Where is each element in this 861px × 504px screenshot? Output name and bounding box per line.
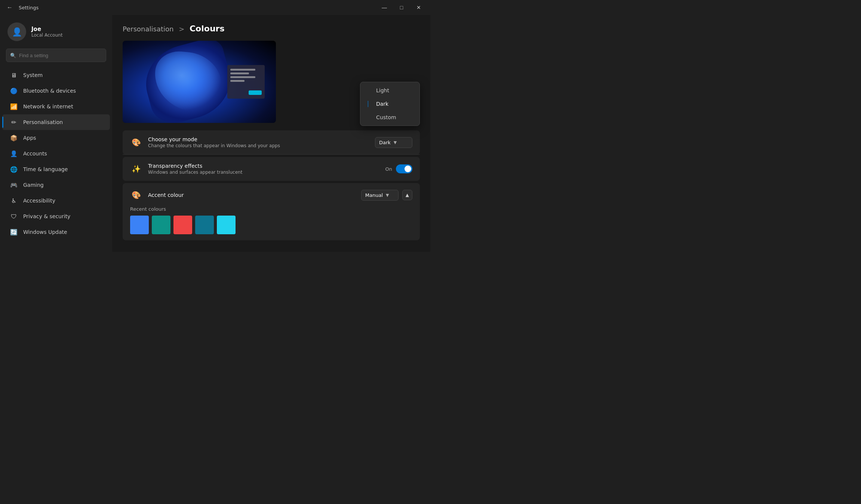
mode-dropdown-trigger[interactable]: Dark ▼	[375, 137, 412, 148]
preview-line-2	[230, 72, 249, 74]
transparency-row-subtitle: Windows and surfaces appear translucent	[148, 170, 379, 175]
sidebar-item-apps[interactable]: 📦 Apps	[2, 130, 110, 146]
user-account-type: Local Account	[31, 33, 62, 38]
sidebar-item-bluetooth[interactable]: 🔵 Bluetooth & devices	[2, 83, 110, 99]
sidebar-item-system[interactable]: 🖥 System	[2, 67, 110, 83]
sidebar-item-label: Privacy & security	[23, 213, 70, 219]
colour-swatch-2[interactable]	[173, 216, 192, 234]
preview-button-mini	[249, 90, 262, 95]
sidebar-item-network[interactable]: 📶 Network & internet	[2, 99, 110, 114]
apps-icon: 📦	[10, 134, 18, 142]
mode-row: 🎨 Choose your mode Change the colours th…	[123, 130, 420, 155]
colour-swatches	[130, 216, 412, 234]
sidebar-item-time[interactable]: 🌐 Time & language	[2, 161, 110, 177]
transparency-toggle[interactable]	[396, 164, 412, 173]
network-icon: 📶	[10, 102, 18, 111]
bluetooth-icon: 🔵	[10, 87, 18, 95]
sidebar-item-label: System	[23, 72, 43, 78]
sidebar-item-label: Personalisation	[23, 119, 63, 125]
transparency-toggle-label: On	[385, 166, 392, 172]
accent-dropdown[interactable]: Manual ▼	[361, 190, 399, 201]
accent-section: 🎨 Accent colour Manual ▼ ▲ Recent colour…	[123, 183, 420, 240]
sidebar-item-label: Apps	[23, 135, 36, 141]
back-button[interactable]: ←	[4, 3, 15, 12]
sidebar: 👤 Joe Local Account 🔍 🖥 System 🔵 Bluetoo…	[0, 15, 112, 252]
app-title: Settings	[19, 5, 39, 10]
transparency-card: ✨ Transparency effects Windows and surfa…	[123, 157, 420, 181]
transparency-row-text: Transparency effects Windows and surface…	[148, 163, 379, 175]
sidebar-item-update[interactable]: 🔄 Windows Update	[2, 224, 110, 240]
check-mark-dark: │	[366, 101, 372, 107]
system-icon: 🖥	[10, 71, 18, 79]
accounts-icon: 👤	[10, 149, 18, 158]
mode-icon: 🎨	[130, 136, 142, 148]
personalisation-icon: ✏️	[10, 118, 18, 126]
accent-icon: 🎨	[130, 189, 142, 201]
mode-option-custom-label: Custom	[376, 114, 396, 120]
user-name: Joe	[31, 26, 62, 33]
user-info: Joe Local Account	[31, 26, 62, 38]
search-icon: 🔍	[10, 53, 16, 58]
transparency-icon: ✨	[130, 163, 142, 175]
transparency-row-control: On	[385, 164, 412, 173]
accent-dropdown-value: Manual	[365, 192, 383, 198]
breadcrumb-separator: >	[179, 25, 184, 33]
colour-swatch-3[interactable]	[195, 216, 214, 234]
sidebar-item-accounts[interactable]: 👤 Accounts	[2, 146, 110, 161]
sidebar-item-label: Accounts	[23, 151, 47, 157]
colour-swatch-0[interactable]	[130, 216, 149, 234]
breadcrumb-parent: Personalisation	[123, 25, 173, 33]
mode-row-title: Choose your mode	[148, 136, 369, 142]
search-box[interactable]: 🔍	[6, 49, 106, 62]
transparency-row: ✨ Transparency effects Windows and surfa…	[123, 157, 420, 181]
privacy-icon: 🛡	[10, 212, 18, 220]
mode-option-dark[interactable]: │ Dark	[360, 97, 419, 111]
colour-swatch-4[interactable]	[217, 216, 236, 234]
title-bar: ← Settings — □ ✕	[0, 0, 430, 15]
accent-row: 🎨 Accent colour Manual ▼ ▲	[130, 189, 412, 201]
accessibility-icon: ♿	[10, 197, 18, 205]
mode-option-dark-label: Dark	[376, 101, 388, 107]
mode-dropdown-popup: Light │ Dark Custom	[360, 82, 420, 126]
sidebar-item-accessibility[interactable]: ♿ Accessibility	[2, 193, 110, 208]
preview-line-1	[230, 69, 255, 71]
sidebar-item-label: Windows Update	[23, 229, 67, 235]
maximize-button[interactable]: □	[393, 1, 410, 13]
mode-row-subtitle: Change the colours that appear in Window…	[148, 143, 369, 148]
app-body: 👤 Joe Local Account 🔍 🖥 System 🔵 Bluetoo…	[0, 15, 430, 252]
sidebar-item-privacy[interactable]: 🛡 Privacy & security	[2, 208, 110, 224]
wallpaper-preview	[123, 41, 276, 123]
search-input[interactable]	[19, 49, 102, 62]
mode-card: 🎨 Choose your mode Change the colours th…	[123, 130, 420, 155]
sidebar-item-label: Gaming	[23, 182, 44, 188]
minimize-button[interactable]: —	[376, 1, 393, 13]
transparency-row-title: Transparency effects	[148, 163, 379, 169]
accent-expand-button[interactable]: ▲	[402, 190, 412, 200]
update-icon: 🔄	[10, 228, 18, 236]
breadcrumb-current: Colours	[190, 24, 225, 33]
preview-line-3	[230, 76, 255, 78]
accent-row-control: Manual ▼ ▲	[361, 190, 412, 201]
win11-flower-graphic	[138, 41, 238, 123]
mode-selected-value: Dark	[379, 140, 391, 145]
sidebar-item-label: Accessibility	[23, 198, 55, 204]
accent-dropdown-arrow-down: ▼	[386, 193, 389, 198]
accent-row-title: Accent colour	[148, 192, 355, 198]
close-button[interactable]: ✕	[410, 1, 427, 13]
sidebar-item-gaming[interactable]: 🎮 Gaming	[2, 177, 110, 193]
main-content: Personalisation > Colours 🎨 Choose your	[112, 15, 430, 252]
time-icon: 🌐	[10, 165, 18, 173]
breadcrumb: Personalisation > Colours	[123, 24, 420, 33]
colour-swatch-1[interactable]	[152, 216, 170, 234]
recent-colours-label: Recent colours	[130, 206, 412, 212]
window-controls: — □ ✕	[376, 1, 427, 13]
preview-window-panel	[227, 65, 265, 99]
mode-option-light[interactable]: Light	[360, 84, 419, 97]
mode-option-custom[interactable]: Custom	[360, 111, 419, 124]
toggle-knob	[405, 166, 411, 172]
avatar: 👤	[7, 22, 26, 41]
title-bar-left: ← Settings	[4, 3, 39, 12]
sidebar-item-personalisation[interactable]: ✏️ Personalisation	[2, 114, 110, 130]
mode-row-text: Choose your mode Change the colours that…	[148, 136, 369, 148]
preview-line-4	[230, 80, 245, 82]
